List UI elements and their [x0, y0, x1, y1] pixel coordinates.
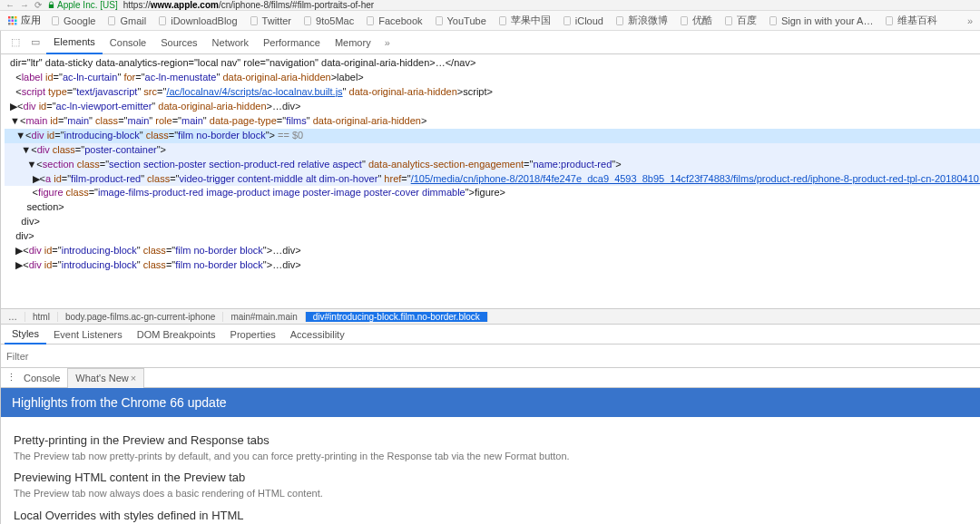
dom-tree[interactable]: dir="ltr" data-sticky data-analytics-reg… — [1, 54, 980, 308]
drawer-menu-icon[interactable]: ⋮ — [6, 372, 16, 383]
bookmark-item[interactable]: Gmail — [106, 14, 146, 27]
svg-rect-9 — [53, 16, 59, 24]
svg-rect-0 — [8, 16, 11, 19]
reload-icon[interactable]: ⟳ — [34, 0, 42, 10]
url-text[interactable]: https://www.apple.com/cn/iphone-8/films/… — [123, 0, 374, 10]
whatsnew-text: The Preview tab now always does a basic … — [14, 487, 980, 500]
whatsnew-title: Highlights from the Chrome 66 update — [1, 388, 980, 417]
page-icon — [884, 15, 895, 26]
svg-rect-14 — [368, 16, 374, 24]
styles-tab[interactable]: Styles — [5, 325, 46, 344]
apps-button[interactable]: 应用 — [7, 14, 41, 27]
forward-icon[interactable]: → — [20, 0, 29, 10]
bookmark-item[interactable]: 优酷 — [679, 14, 712, 27]
page-icon — [497, 15, 508, 26]
svg-rect-21 — [769, 16, 776, 24]
whatsnew-text: The Preview tab now pretty-prints by def… — [14, 450, 980, 463]
drawer-tab[interactable]: Console — [16, 368, 67, 388]
more-tabs-icon[interactable]: » — [380, 37, 395, 48]
svg-rect-5 — [15, 19, 17, 22]
styles-filter-input[interactable] — [6, 351, 980, 362]
svg-rect-10 — [109, 16, 115, 24]
overflow-icon[interactable]: » — [967, 15, 973, 26]
whatsnew-body: Pretty-printing in the Preview and Respo… — [1, 417, 980, 524]
bookmark-item[interactable]: YouTube — [434, 14, 486, 27]
breadcrumb-item[interactable]: div#introducing-block.film.no-border.blo… — [306, 312, 488, 322]
lock-icon — [47, 1, 55, 9]
bookmark-item[interactable]: 百度 — [723, 14, 757, 27]
svg-rect-22 — [887, 16, 893, 24]
inspect-element-icon[interactable]: ⬚ — [6, 36, 24, 48]
styles-tab[interactable]: Accessibility — [283, 325, 352, 344]
breadcrumb[interactable]: …htmlbody.page-films.ac-gn-current-iphon… — [1, 308, 980, 325]
svg-rect-7 — [12, 23, 15, 25]
styles-tab[interactable]: Properties — [223, 325, 283, 344]
page-icon — [723, 15, 734, 26]
svg-rect-2 — [15, 16, 17, 19]
breadcrumb-item[interactable]: body.page-films.ac-gn-current-iphone — [58, 312, 223, 322]
drawer-tab[interactable]: What's New× — [67, 368, 144, 388]
svg-rect-6 — [8, 23, 11, 25]
devtools-tab[interactable]: Console — [103, 31, 153, 54]
svg-rect-19 — [681, 16, 687, 24]
bookmarks-bar: 应用 GoogleGmailiDownloadBlogTwitter9to5Ma… — [0, 11, 980, 31]
secure-badge: Apple Inc. [US] — [47, 0, 118, 10]
apps-icon — [7, 15, 18, 26]
svg-rect-3 — [8, 19, 11, 22]
bookmark-item[interactable]: Twitter — [249, 14, 291, 27]
bookmark-item[interactable]: 苹果中国 — [497, 14, 551, 27]
svg-rect-12 — [250, 16, 257, 24]
page-icon — [106, 15, 117, 26]
back-icon[interactable]: ← — [5, 0, 15, 10]
svg-rect-17 — [564, 16, 570, 24]
bookmark-item[interactable]: Google — [50, 14, 95, 27]
bookmark-item[interactable]: 维基百科 — [884, 14, 937, 27]
page-icon — [434, 15, 445, 26]
breadcrumb-item[interactable]: html — [25, 312, 58, 322]
styles-tab[interactable]: DOM Breakpoints — [130, 325, 223, 344]
bookmark-item[interactable]: 新浪微博 — [614, 14, 668, 27]
svg-rect-16 — [499, 16, 505, 24]
page-icon — [249, 15, 260, 26]
page-icon — [50, 15, 61, 26]
whatsnew-heading: Pretty-printing in the Preview and Respo… — [14, 433, 980, 447]
svg-rect-4 — [12, 19, 15, 22]
devtools-tab[interactable]: Memory — [328, 31, 378, 54]
bookmark-item[interactable]: 9to5Mac — [302, 14, 354, 27]
svg-rect-8 — [15, 23, 17, 25]
devtools-tab[interactable]: Network — [205, 31, 256, 54]
page-icon — [614, 15, 625, 26]
close-icon[interactable]: × — [131, 373, 136, 383]
svg-rect-15 — [436, 16, 442, 24]
svg-rect-20 — [725, 16, 731, 24]
svg-rect-11 — [160, 16, 166, 24]
svg-rect-1 — [12, 16, 15, 19]
device-mode-icon[interactable]: ▭ — [26, 36, 44, 48]
whatsnew-heading: Local Overrides with styles defined in H… — [14, 509, 980, 522]
page-icon — [157, 15, 168, 26]
breadcrumb-item[interactable]: main#main.main — [223, 312, 305, 322]
bookmark-item[interactable]: Facebook — [365, 14, 422, 27]
page-icon — [302, 15, 313, 26]
bookmark-item[interactable]: Sign in with your A… — [768, 14, 874, 27]
whatsnew-heading: Previewing HTML content in the Preview t… — [14, 471, 980, 484]
devtools-tab[interactable]: Elements — [46, 31, 103, 54]
styles-toolbar: :hov .cls ＋ position 0 — [1, 344, 980, 368]
page-icon — [768, 15, 779, 26]
bookmark-item[interactable]: iDownloadBlog — [157, 14, 237, 27]
page-icon — [365, 15, 376, 26]
breadcrumb-item[interactable]: … — [1, 312, 25, 322]
devtools-tab[interactable]: Performance — [256, 31, 328, 54]
devtools-tabbar: ⬚ ▭ ElementsConsoleSourcesNetworkPerform… — [1, 31, 980, 54]
devtools-panel: ⬚ ▭ ElementsConsoleSourcesNetworkPerform… — [0, 31, 980, 524]
svg-rect-13 — [305, 16, 311, 24]
drawer-tabbar: ⋮ ConsoleWhat's New× ✕ — [1, 368, 980, 388]
styles-tab[interactable]: Event Listeners — [46, 325, 130, 344]
svg-rect-18 — [616, 16, 622, 24]
bookmark-item[interactable]: iCloud — [562, 14, 603, 27]
styles-tabbar: StylesEvent ListenersDOM BreakpointsProp… — [1, 325, 980, 344]
devtools-tab[interactable]: Sources — [153, 31, 204, 54]
page-icon — [679, 15, 690, 26]
browser-address-bar: ← → ⟳ Apple Inc. [US] https://www.apple.… — [0, 0, 980, 11]
page-icon — [562, 15, 573, 26]
